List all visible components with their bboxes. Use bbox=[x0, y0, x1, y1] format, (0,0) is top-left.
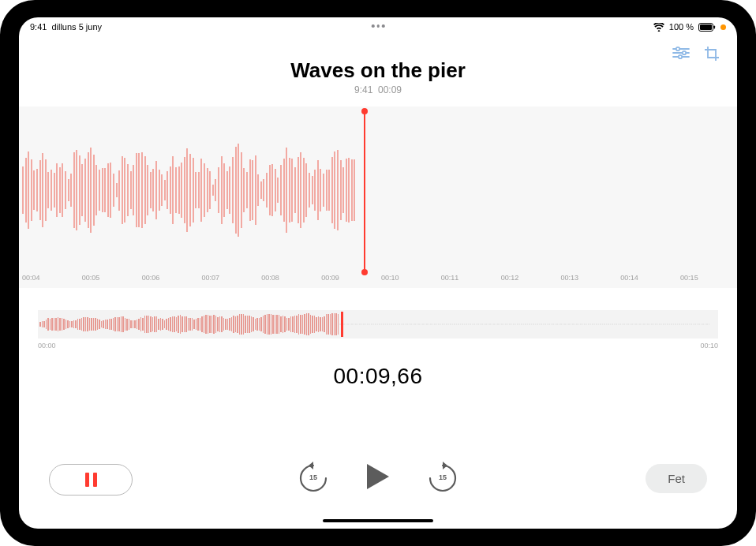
battery-percent: 100 % bbox=[669, 22, 694, 32]
recording-subtitle: 9:41 00:09 bbox=[19, 84, 737, 95]
time-tick: 00:11 bbox=[438, 274, 498, 288]
time-tick: 00:14 bbox=[617, 274, 677, 288]
play-button[interactable] bbox=[365, 462, 391, 494]
screen: 9:41 dilluns 5 juny 100 % bbox=[19, 17, 737, 529]
time-tick: 00:04 bbox=[19, 274, 79, 288]
time-ruler: 00:0400:0500:0600:0700:0800:0900:1000:11… bbox=[19, 274, 737, 288]
svg-rect-1 bbox=[700, 24, 712, 30]
skip-back-label: 15 bbox=[298, 473, 329, 481]
device-frame: 9:41 dilluns 5 juny 100 % bbox=[0, 0, 756, 546]
playhead[interactable] bbox=[364, 111, 365, 272]
skip-fwd-label: 15 bbox=[427, 473, 458, 481]
svg-point-4 bbox=[676, 47, 679, 50]
sliders-icon[interactable] bbox=[672, 46, 690, 65]
center-controls: 15 15 bbox=[298, 461, 458, 496]
skip-forward-15-button[interactable]: 15 bbox=[427, 461, 458, 496]
time-tick: 00:15 bbox=[677, 274, 737, 288]
time-tick: 00:12 bbox=[498, 274, 558, 288]
overview-start-label: 00:00 bbox=[38, 342, 56, 350]
overview-end-label: 00:10 bbox=[700, 342, 718, 350]
time-tick: 00:10 bbox=[378, 274, 438, 288]
overview-bars bbox=[38, 310, 718, 338]
svg-rect-2 bbox=[714, 25, 716, 28]
overview-labels: 00:00 00:10 bbox=[38, 342, 718, 350]
title-block: Waves on the pier 9:41 00:09 bbox=[19, 58, 737, 95]
overview-waveform-section: 00:00 00:10 bbox=[38, 310, 718, 350]
battery-icon bbox=[698, 23, 716, 32]
time-tick: 00:08 bbox=[258, 274, 318, 288]
skip-back-15-button[interactable]: 15 bbox=[298, 461, 329, 496]
svg-point-8 bbox=[679, 55, 682, 58]
status-date: dilluns 5 juny bbox=[51, 22, 102, 32]
pause-icon bbox=[85, 473, 97, 487]
crop-icon[interactable] bbox=[704, 46, 720, 65]
time-tick: 00:06 bbox=[139, 274, 199, 288]
status-left: 9:41 dilluns 5 juny bbox=[30, 22, 102, 32]
pause-button[interactable] bbox=[49, 464, 133, 496]
done-button[interactable]: Fet bbox=[646, 464, 707, 493]
controls-row: 15 15 Fet bbox=[19, 461, 737, 500]
multitask-dots[interactable] bbox=[372, 24, 385, 28]
waveform-bars bbox=[19, 107, 737, 274]
time-tick: 00:09 bbox=[318, 274, 378, 288]
main-waveform[interactable]: 00:0400:0500:0600:0700:0800:0900:1000:11… bbox=[19, 107, 737, 288]
recording-title[interactable]: Waves on the pier bbox=[19, 58, 737, 83]
time-tick: 00:05 bbox=[79, 274, 139, 288]
status-time: 9:41 bbox=[30, 22, 47, 32]
svg-point-6 bbox=[683, 51, 686, 54]
status-right: 100 % bbox=[653, 22, 726, 32]
toolbar-right bbox=[672, 46, 720, 65]
wifi-icon bbox=[653, 23, 664, 32]
overview-playhead[interactable] bbox=[341, 312, 343, 337]
time-tick: 00:07 bbox=[198, 274, 258, 288]
home-indicator[interactable] bbox=[323, 519, 433, 522]
recording-indicator-dot bbox=[720, 24, 726, 30]
time-tick: 00:13 bbox=[557, 274, 617, 288]
elapsed-time-counter: 00:09,66 bbox=[19, 364, 737, 389]
overview-waveform[interactable] bbox=[38, 310, 718, 338]
